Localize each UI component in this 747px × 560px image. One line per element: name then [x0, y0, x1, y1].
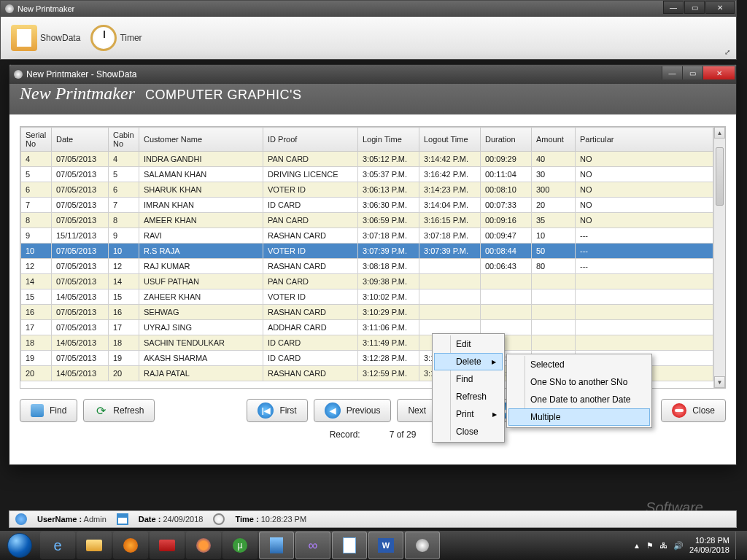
taskbar-firefox[interactable] [186, 532, 221, 559]
tray-flag-icon[interactable]: ⚑ [646, 541, 654, 551]
scroll-thumb[interactable] [716, 147, 724, 206]
cell: RAJA PATAL [139, 366, 263, 381]
showdata-button[interactable]: ShowData [8, 22, 83, 54]
minimize-button[interactable]: — [662, 66, 682, 79]
cell [532, 305, 576, 320]
table-row[interactable]: 1207/05/201312RAJ KUMARRASHAN CARD3:08:1… [21, 259, 713, 274]
table-row[interactable]: 915/11/20139RAVIRASHAN CARD3:07:18 P.M.3… [21, 228, 713, 244]
submenu-selected[interactable]: Selected [508, 356, 650, 373]
tray-network-icon[interactable]: 🖧 [659, 541, 667, 550]
refresh-button[interactable]: ⟳Refresh [83, 399, 155, 422]
cell: AKASH SHARMA [139, 351, 263, 366]
submenu-sno-range[interactable]: One SNo to another SNo [508, 373, 650, 391]
table-row[interactable]: 807/05/20138AMEER KHANPAN CARD3:06:59 P.… [21, 213, 713, 228]
taskbar-word[interactable]: W [368, 532, 403, 559]
taskbar-ie[interactable]: e [40, 532, 75, 559]
column-header[interactable]: Login Time [358, 128, 419, 152]
chevron-right-icon: ▶ [492, 411, 497, 418]
cell: 50 [532, 244, 576, 259]
table-row[interactable]: 1514/05/201315ZAHEER KHANVOTER ID3:10:02… [21, 289, 713, 305]
table-row[interactable]: 1007/05/201310R.S RAJAVOTER ID3:07:39 P.… [21, 244, 713, 259]
menu-edit[interactable]: Edit [434, 335, 503, 353]
cell: SACHIN TENDULKAR [139, 335, 263, 351]
cell: ZAHEER KHAN [139, 289, 263, 305]
maximize-button[interactable]: ▭ [682, 66, 703, 79]
column-header[interactable]: Duration [481, 128, 532, 152]
showdata-titlebar[interactable]: New Printmaker - ShowData — ▭ ✕ [9, 65, 736, 84]
cell: RASHAN CARD [263, 259, 358, 274]
cell: NO [576, 198, 713, 213]
taskbar-explorer[interactable] [77, 532, 112, 559]
column-header[interactable]: Cabin No [109, 128, 139, 152]
menu-close[interactable]: Close [434, 423, 503, 440]
table-row[interactable]: 1707/05/201317UYRAJ SINGADDHAR CARD3:11:… [21, 320, 713, 335]
cell: NO [576, 213, 713, 228]
cell: 07/05/2013 [52, 274, 109, 289]
taskbar-app2[interactable] [259, 532, 294, 559]
cell: RASHAN CARD [263, 366, 358, 381]
tray-show-hidden-icon[interactable]: ▲ [633, 542, 640, 550]
table-row[interactable]: 507/05/20135SALAMAN KHANDRIVING LICENCE3… [21, 167, 713, 182]
first-button[interactable]: |◀First [247, 399, 307, 422]
table-row[interactable]: 1814/05/201318SACHIN TENDULKARID CARD3:1… [21, 335, 713, 351]
table-row[interactable]: 607/05/20136SHARUK KHANVOTER ID3:06:13 P… [21, 182, 713, 198]
close-button[interactable]: ✕ [703, 66, 735, 79]
close-button[interactable]: ✕ [705, 1, 735, 14]
show-desktop-button[interactable] [735, 532, 741, 559]
menu-find[interactable]: Find [434, 370, 503, 388]
column-header[interactable]: Logout Time [419, 128, 481, 152]
restore-icon[interactable]: ⤢ [724, 48, 730, 56]
table-row[interactable]: 407/05/20134INDRA GANDHIPAN CARD3:05:12 … [21, 152, 713, 167]
cell: SALAMAN KHAN [139, 167, 263, 182]
parent-titlebar[interactable]: New Printmaker — ▭ ✕ [1, 1, 736, 17]
banner-subtitle: COMPUTER GRAPHIC'S [145, 88, 301, 103]
taskbar: e µ ∞ W ▲ ⚑ 🖧 🔊 10:28 PM 24/09/2018 [0, 531, 747, 560]
start-button[interactable] [0, 531, 39, 560]
taskbar-paint[interactable] [332, 532, 367, 559]
cell: PAN CARD [263, 274, 358, 289]
taskbar-printmaker[interactable] [405, 532, 440, 559]
data-grid[interactable]: Serial NoDateCabin NoCustomer NameID Pro… [20, 126, 726, 389]
table-row[interactable]: 707/05/20137IMRAN KHANID CARD3:06:30 P.M… [21, 198, 713, 213]
cell: SHARUK KHAN [139, 182, 263, 198]
cell: USUF PATHAN [139, 274, 263, 289]
column-header[interactable]: Date [52, 128, 109, 152]
menu-refresh[interactable]: Refresh [434, 388, 503, 405]
showdata-label: ShowData [40, 33, 80, 43]
menu-print[interactable]: Print▶ [434, 405, 503, 423]
cell: 00:11:04 [481, 167, 532, 182]
column-header[interactable]: Particular [576, 128, 713, 152]
close-dialog-button[interactable]: Close [661, 399, 726, 422]
minimize-button[interactable]: — [663, 1, 684, 14]
maximize-button[interactable]: ▭ [684, 1, 705, 14]
table-row[interactable]: 1407/05/201314USUF PATHANPAN CARD3:09:38… [21, 274, 713, 289]
column-header[interactable]: ID Proof [263, 128, 358, 152]
cell: 10 [532, 228, 576, 244]
cell: 3:14:23 P.M. [419, 182, 481, 198]
menu-delete[interactable]: Delete▶ [434, 353, 503, 370]
vertical-scrollbar[interactable]: ▲ ▼ [713, 127, 725, 388]
taskbar-vs[interactable]: ∞ [295, 532, 330, 559]
scroll-down-icon[interactable]: ▼ [714, 376, 725, 388]
cell: 14 [109, 274, 139, 289]
system-tray[interactable]: ▲ ⚑ 🖧 🔊 10:28 PM 24/09/2018 [633, 532, 747, 559]
tray-volume-icon[interactable]: 🔊 [673, 541, 684, 551]
taskbar-utorrent[interactable]: µ [222, 532, 258, 559]
submenu-date-range[interactable]: One Date to another Date [508, 391, 650, 408]
column-header[interactable]: Customer Name [139, 128, 263, 152]
timer-button[interactable]: Timer [88, 22, 144, 54]
column-header[interactable]: Serial No [21, 128, 52, 152]
submenu-multiple[interactable]: Multiple [508, 408, 650, 426]
cell: 00:09:16 [481, 213, 532, 228]
clock-icon [213, 513, 225, 525]
table-row[interactable]: 1607/05/201316SEHWAGRASHAN CARD3:10:29 P… [21, 305, 713, 320]
taskbar-wmp[interactable] [113, 532, 148, 559]
cell: ID CARD [263, 335, 358, 351]
scroll-up-icon[interactable]: ▲ [714, 127, 725, 139]
tray-clock[interactable]: 10:28 PM 24/09/2018 [689, 536, 729, 555]
close-icon [672, 403, 686, 418]
previous-button[interactable]: ◀Previous [314, 399, 392, 422]
column-header[interactable]: Amount [532, 128, 576, 152]
find-button[interactable]: Find [20, 399, 77, 422]
taskbar-app1[interactable] [150, 532, 185, 559]
